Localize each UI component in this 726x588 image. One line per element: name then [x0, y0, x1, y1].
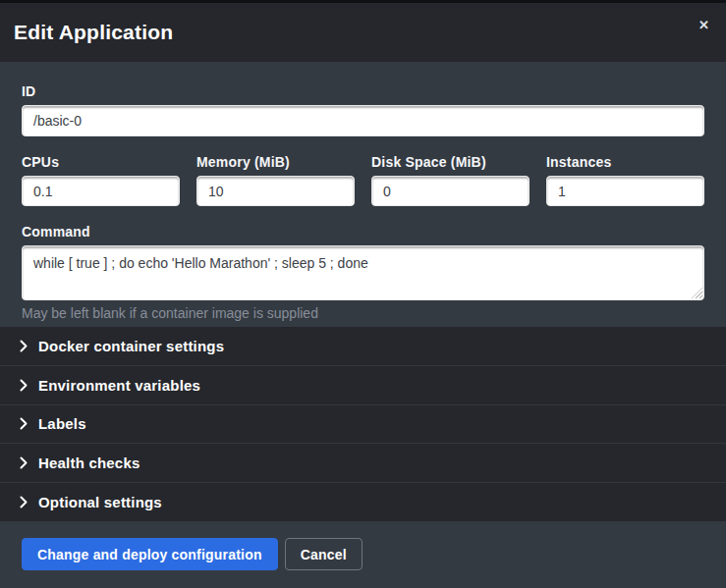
edit-application-modal: Edit Application ✕ ID CPUs Memory (MiB) … [0, 0, 726, 588]
chevron-right-icon [20, 418, 29, 430]
collapsible-sections: Docker container settings Environment va… [0, 327, 726, 521]
change-and-deploy-button[interactable]: Change and deploy configuration [22, 538, 278, 570]
disk-field-group: Disk Space (MiB) [371, 154, 530, 206]
cancel-button[interactable]: Cancel [285, 538, 363, 570]
section-label: Labels [38, 415, 86, 432]
instances-field-group: Instances [546, 154, 704, 206]
cpus-input[interactable] [22, 176, 180, 206]
command-textarea[interactable]: while [ true ] ; do echo 'Hello Marathon… [22, 245, 704, 300]
chevron-right-icon [20, 457, 29, 469]
command-label: Command [22, 224, 704, 240]
disk-label: Disk Space (MiB) [371, 154, 530, 170]
memory-input[interactable] [196, 176, 355, 206]
command-help-text: May be left blank if a container image i… [22, 305, 704, 321]
chevron-right-icon [20, 497, 29, 508]
id-label: ID [22, 83, 704, 99]
instances-input[interactable] [546, 176, 704, 206]
cpus-label: CPUs [22, 154, 180, 170]
resources-row: CPUs Memory (MiB) Disk Space (MiB) Insta… [22, 154, 704, 206]
close-icon[interactable]: ✕ [697, 17, 711, 33]
section-environment-variables[interactable]: Environment variables [0, 365, 726, 404]
section-label: Environment variables [38, 377, 200, 394]
instances-label: Instances [546, 154, 704, 170]
section-label: Health checks [38, 454, 140, 471]
section-docker-container-settings[interactable]: Docker container settings [0, 327, 726, 365]
section-labels[interactable]: Labels [0, 404, 726, 444]
section-health-checks[interactable]: Health checks [0, 443, 726, 482]
command-field-group: Command while [ true ] ; do echo 'Hello … [22, 224, 704, 321]
section-label: Optional settings [38, 494, 162, 510]
application-form: ID CPUs Memory (MiB) Disk Space (MiB) In… [0, 62, 726, 327]
id-field-group: ID [22, 83, 704, 136]
disk-input[interactable] [371, 176, 530, 206]
memory-label: Memory (MiB) [196, 154, 355, 170]
memory-field-group: Memory (MiB) [196, 154, 355, 206]
section-optional-settings[interactable]: Optional settings [0, 482, 726, 521]
modal-title: Edit Application [14, 21, 173, 44]
id-input[interactable] [22, 105, 704, 136]
modal-footer: Change and deploy configuration Cancel [0, 521, 726, 588]
chevron-right-icon [20, 340, 29, 351]
section-label: Docker container settings [38, 338, 224, 354]
cpus-field-group: CPUs [22, 154, 180, 206]
chevron-right-icon [20, 379, 29, 391]
modal-header: Edit Application ✕ [0, 3, 726, 62]
